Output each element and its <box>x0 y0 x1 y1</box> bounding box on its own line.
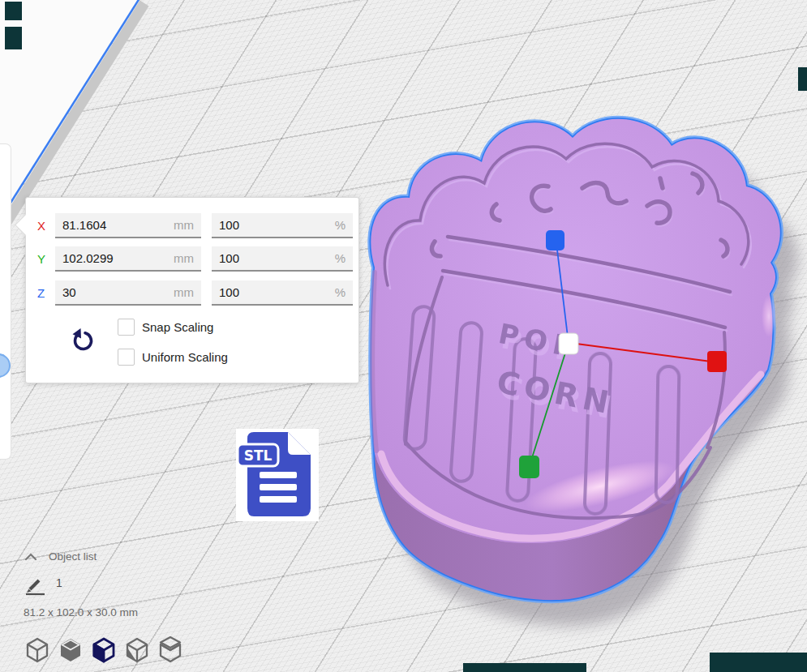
rotate-ccw-icon <box>69 327 95 353</box>
uniform-scaling-row: Uniform Scaling <box>118 349 228 366</box>
stl-file-icon: STL <box>236 429 319 521</box>
scale-tool-panel: X mm % Y mm % Z mm <box>25 197 359 383</box>
gloss-highlight-right <box>762 295 776 337</box>
slicer-viewport: POP POP CORN CORN STL <box>0 0 807 672</box>
object-list-title[interactable]: Object list <box>49 550 97 563</box>
axis-label-x: X <box>37 219 55 233</box>
highlighted-cube-icon[interactable] <box>92 636 116 664</box>
scale-row-z: Z mm % <box>37 280 353 306</box>
y-percent-input[interactable] <box>212 246 353 270</box>
scale-tool-button[interactable] <box>0 353 11 378</box>
mask-patch <box>710 653 807 672</box>
y-size-input[interactable] <box>55 246 201 270</box>
axis-label-y: Y <box>37 252 55 266</box>
scale-handle-z[interactable] <box>546 230 564 250</box>
snap-scaling-row: Snap Scaling <box>118 319 213 336</box>
snap-scaling-label: Snap Scaling <box>142 320 213 334</box>
stl-file-badge[interactable]: STL <box>236 429 319 521</box>
axis-label-z: Z <box>37 286 55 300</box>
reset-scale-button[interactable] <box>68 327 96 355</box>
chevron-up-icon[interactable] <box>24 552 38 561</box>
open-top-cube-icon[interactable] <box>158 636 182 664</box>
pencil-icon[interactable] <box>24 574 46 596</box>
z-size-input[interactable] <box>55 280 201 304</box>
scale-row-y: Y mm % <box>37 246 353 272</box>
folded-face-cube-icon[interactable] <box>125 636 149 664</box>
stl-badge-label: STL <box>244 447 273 464</box>
scale-handle-y[interactable] <box>519 456 539 478</box>
mask-patch <box>5 2 22 20</box>
z-percent-input[interactable] <box>212 280 353 304</box>
mask-patch <box>463 663 586 672</box>
x-percent-input[interactable] <box>212 213 353 237</box>
uniform-scaling-label: Uniform Scaling <box>142 350 228 364</box>
wireframe-cube-icon[interactable] <box>25 636 49 664</box>
mesh-type-toolbar <box>25 636 182 664</box>
mask-patch <box>5 27 22 49</box>
solid-cube-icon[interactable] <box>58 636 83 664</box>
scale-handle-center[interactable] <box>559 333 578 354</box>
left-toolbar-strip[interactable] <box>0 143 11 460</box>
model-dimensions: 81.2 x 102.0 x 30.0 mm <box>24 606 138 618</box>
scale-row-x: X mm % <box>37 213 353 238</box>
mask-patch <box>798 67 807 91</box>
object-count[interactable]: 1 <box>56 576 62 589</box>
snap-scaling-checkbox[interactable] <box>118 319 135 336</box>
x-size-input[interactable] <box>55 213 201 237</box>
uniform-scaling-checkbox[interactable] <box>118 349 135 366</box>
scale-handle-x[interactable] <box>707 351 727 372</box>
